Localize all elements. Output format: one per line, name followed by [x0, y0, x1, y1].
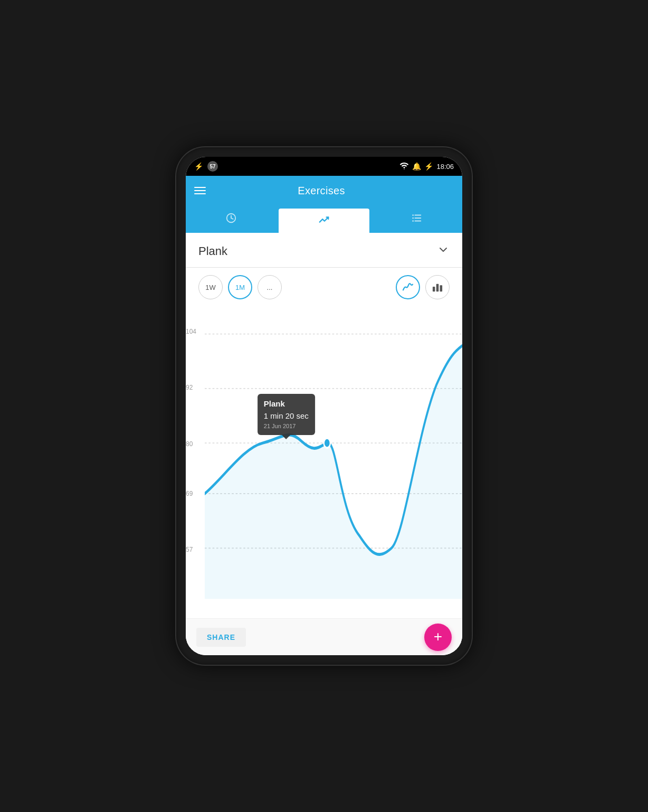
tab-bar: [186, 205, 462, 233]
chart-bar-button[interactable]: [425, 275, 450, 299]
line-chart[interactable]: [205, 307, 462, 618]
chart-line-button[interactable]: [396, 275, 420, 299]
main-content: Plank 1W 1M ...: [186, 233, 462, 655]
period-more-button[interactable]: ...: [258, 275, 282, 299]
svg-point-8: [412, 220, 414, 222]
tab-list[interactable]: [371, 205, 462, 233]
svg-rect-11: [440, 285, 443, 291]
notification-badge: 57: [207, 161, 218, 172]
period-1w-button[interactable]: 1W: [198, 275, 223, 299]
trending-up-icon: [318, 214, 330, 228]
tab-chart[interactable]: [279, 209, 369, 233]
status-right: 🔔 ⚡ 18:06: [399, 162, 454, 171]
chart-area: 104 92 80 69 57: [186, 307, 462, 618]
y-label-92: 92: [186, 384, 193, 391]
tab-history[interactable]: [186, 205, 277, 233]
y-label-57: 57: [186, 546, 193, 553]
hamburger-line-3: [194, 193, 206, 194]
exercise-name: Plank: [198, 244, 227, 258]
period-1m-button[interactable]: 1M: [228, 275, 252, 299]
svg-point-6: [412, 214, 414, 216]
selectors-row: 1W 1M ...: [186, 268, 462, 307]
usb-icon: ⚡: [194, 162, 203, 171]
time-display: 18:06: [436, 163, 454, 171]
svg-line-2: [231, 218, 233, 219]
clock-icon: [225, 212, 237, 226]
svg-point-17: [324, 438, 330, 448]
y-label-104: 104: [186, 328, 196, 335]
y-label-69: 69: [186, 490, 193, 497]
phone-frame: ⚡ 57 🔔 ⚡ 18:06 Exerci: [176, 147, 472, 665]
list-icon: [411, 212, 423, 226]
exercise-dropdown-button[interactable]: [437, 243, 450, 259]
phone-screen: ⚡ 57 🔔 ⚡ 18:06 Exerci: [186, 157, 462, 655]
hamburger-menu[interactable]: [194, 187, 206, 194]
status-left: ⚡ 57: [194, 161, 218, 172]
exercise-header: Plank: [186, 233, 462, 268]
svg-point-7: [412, 217, 414, 219]
hamburger-line-2: [194, 190, 206, 191]
svg-rect-10: [436, 284, 439, 292]
battery-icon: ⚡: [424, 162, 433, 171]
add-entry-button[interactable]: +: [424, 624, 452, 651]
hamburger-line-1: [194, 187, 206, 188]
y-label-80: 80: [186, 440, 193, 448]
bottom-actions: SHARE +: [186, 618, 462, 655]
wifi-icon: [399, 163, 409, 170]
svg-rect-9: [433, 287, 435, 291]
notification-icon: 🔔: [412, 162, 421, 171]
status-bar: ⚡ 57 🔔 ⚡ 18:06: [186, 157, 462, 176]
share-button[interactable]: SHARE: [196, 628, 246, 647]
app-bar: Exercises: [186, 176, 462, 205]
add-icon: +: [434, 629, 442, 644]
page-title: Exercises: [206, 185, 437, 197]
